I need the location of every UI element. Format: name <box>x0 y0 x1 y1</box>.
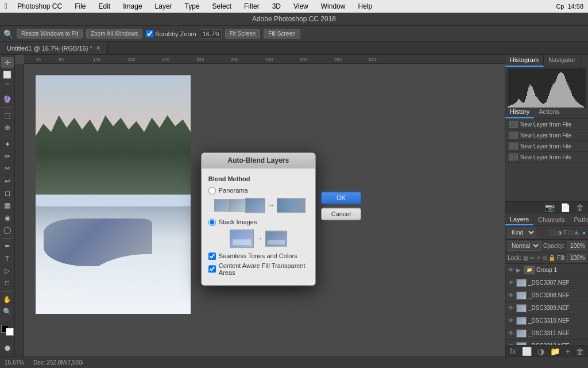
quick-select-tool[interactable]: 🔮 <box>1 94 14 105</box>
document-tab[interactable]: Untitled1 @ 16.7% (RGB/16) * ✕ <box>0 42 108 54</box>
gradient-tool[interactable]: ▦ <box>1 200 14 211</box>
layers-fx-btn[interactable]: fx <box>508 347 518 356</box>
scrubby-zoom-checkbox[interactable] <box>146 30 153 37</box>
menu-window[interactable]: Window <box>318 1 349 12</box>
stack-images-radio[interactable] <box>208 218 216 226</box>
layer-item-1[interactable]: 👁 _DSC3308.NEF <box>505 289 588 302</box>
layer-item-2[interactable]: 👁 _DSC3309.NEF <box>505 302 588 315</box>
menu-view[interactable]: View <box>291 1 311 12</box>
layer-item-group1[interactable]: 👁 ▶ 📁 Group 1 <box>505 264 588 277</box>
tab-histogram[interactable]: Histogram <box>505 55 544 67</box>
color-boxes[interactable] <box>1 325 14 336</box>
layers-adjustment-btn[interactable]: ◑ <box>536 347 546 356</box>
fill-screen-btn[interactable]: Fill Screen <box>264 29 300 39</box>
blur-tool[interactable]: ◉ <box>1 212 14 223</box>
history-new-doc-btn[interactable]: 📄 <box>559 203 572 212</box>
tab-navigator[interactable]: Navigator <box>544 55 581 67</box>
tab-layers[interactable]: Layers <box>505 214 533 225</box>
layer-item-5[interactable]: 👁 _DSC3312.NEF <box>505 340 588 345</box>
layer-eye-1[interactable]: 👁 <box>508 292 514 299</box>
zoom-value-input[interactable] <box>200 29 222 39</box>
filter-smart-icon[interactable]: ◈ <box>574 229 579 236</box>
apple-menu[interactable]:  <box>5 2 7 11</box>
menu-image[interactable]: Image <box>120 1 145 12</box>
blend-mode-select[interactable]: Normal <box>508 241 541 251</box>
filter-type-icon[interactable]: T <box>563 229 567 236</box>
history-item-0[interactable]: New Layer from File <box>505 119 588 130</box>
move-tool[interactable]: ✛ <box>1 57 14 68</box>
path-select-tool[interactable]: ▷ <box>1 265 14 276</box>
filter-pixel-icon[interactable]: ⬛ <box>549 229 556 236</box>
spot-healing-tool[interactable]: ✦ <box>1 139 14 150</box>
content-aware-checkbox[interactable] <box>208 265 216 273</box>
layer-eye-group1[interactable]: 👁 <box>508 267 514 274</box>
layers-mask-btn[interactable]: ⬜ <box>520 347 533 356</box>
tab-history[interactable]: History <box>505 106 534 118</box>
type-tool[interactable]: T <box>1 253 14 264</box>
crop-tool[interactable]: ⬚ <box>1 110 14 121</box>
panorama-radio[interactable] <box>208 187 216 194</box>
menu-file[interactable]: File <box>72 1 88 12</box>
history-item-2[interactable]: New Layer from File <box>505 141 588 152</box>
brush-tool[interactable]: ✏ <box>1 151 14 162</box>
layer-item-4[interactable]: 👁 _DSC3311.NEF <box>505 327 588 340</box>
lock-position-icon[interactable]: ✛ <box>536 255 541 261</box>
zoom-all-windows-btn[interactable]: Zoom All Windows <box>86 29 142 39</box>
fit-screen-btn[interactable]: Fit Screen <box>225 29 261 39</box>
resize-windows-btn[interactable]: Resize Windows to Fit <box>17 29 83 39</box>
filter-shape-icon[interactable]: ⬡ <box>568 229 573 236</box>
clone-stamp-tool[interactable]: ✂ <box>1 163 14 174</box>
menu-select[interactable]: Select <box>210 1 234 12</box>
layer-eye-3[interactable]: 👁 <box>508 317 514 324</box>
opacity-input[interactable] <box>567 241 586 250</box>
layer-eye-0[interactable]: 👁 <box>508 279 514 286</box>
background-color[interactable] <box>6 328 14 336</box>
lock-image-icon[interactable]: ✏ <box>530 255 535 261</box>
layers-link-btn[interactable]: 🔗 <box>505 347 506 356</box>
tab-paths[interactable]: Paths <box>570 214 588 225</box>
layer-arrow-group1[interactable]: ▶ <box>516 267 521 273</box>
history-delete-btn[interactable]: 🗑 <box>574 203 586 212</box>
menu-help[interactable]: Help <box>355 1 375 12</box>
lasso-tool[interactable]: ⌒ <box>1 82 14 93</box>
tab-close-btn[interactable]: ✕ <box>96 45 100 51</box>
kind-select[interactable]: Kind <box>508 228 536 237</box>
tab-channels[interactable]: Channels <box>533 214 569 225</box>
filter-adjust-icon[interactable]: ◑ <box>557 229 562 236</box>
layers-delete-btn[interactable]: 🗑 <box>574 347 586 356</box>
history-item-3[interactable]: New Layer from File <box>505 152 588 163</box>
layer-item-0[interactable]: 👁 _DSC3307.NEF <box>505 277 588 289</box>
dodge-tool[interactable]: ◯ <box>1 224 14 235</box>
lock-artboard-icon[interactable]: ⧉ <box>543 255 547 262</box>
layer-item-3[interactable]: 👁 _DSC3310.NEF <box>505 315 588 327</box>
menu-type[interactable]: Type <box>182 1 203 12</box>
seamless-checkbox[interactable] <box>208 252 216 260</box>
history-brush-tool[interactable]: ↩ <box>1 175 14 186</box>
lock-transparent-icon[interactable]: ▦ <box>523 255 528 261</box>
quick-mask-btn[interactable]: ⬤ <box>1 342 14 354</box>
app-menu[interactable]: Photoshop CC <box>14 1 65 12</box>
layer-eye-2[interactable]: 👁 <box>508 305 514 312</box>
history-snapshot-btn[interactable]: 📷 <box>543 203 556 212</box>
tab-actions[interactable]: Actions <box>534 106 564 118</box>
filter-toggle-icon[interactable]: ● <box>582 229 586 236</box>
fill-input[interactable] <box>567 254 586 262</box>
cancel-button[interactable]: Cancel <box>321 208 361 220</box>
history-item-1[interactable]: New Layer from File <box>505 130 588 141</box>
menu-layer[interactable]: Layer <box>152 1 175 12</box>
menu-3d[interactable]: 3D <box>269 1 284 12</box>
lock-all-icon[interactable]: 🔒 <box>548 255 555 261</box>
marquee-tool[interactable]: ⬜ <box>1 69 14 80</box>
hand-tool[interactable]: ✋ <box>1 294 14 305</box>
eyedropper-tool[interactable]: ⊕ <box>1 122 14 133</box>
shape-tool[interactable]: □ <box>1 278 14 289</box>
layers-group-btn[interactable]: 📁 <box>548 347 562 356</box>
ok-button[interactable]: OK <box>321 191 361 204</box>
menu-filter[interactable]: Filter <box>241 1 262 12</box>
layer-eye-4[interactable]: 👁 <box>508 330 514 337</box>
zoom-tool[interactable]: 🔍 <box>1 306 14 317</box>
pen-tool[interactable]: ✒ <box>1 241 14 252</box>
layers-new-btn[interactable]: + <box>564 347 572 356</box>
eraser-tool[interactable]: ◻ <box>1 187 14 198</box>
menu-edit[interactable]: Edit <box>96 1 114 12</box>
